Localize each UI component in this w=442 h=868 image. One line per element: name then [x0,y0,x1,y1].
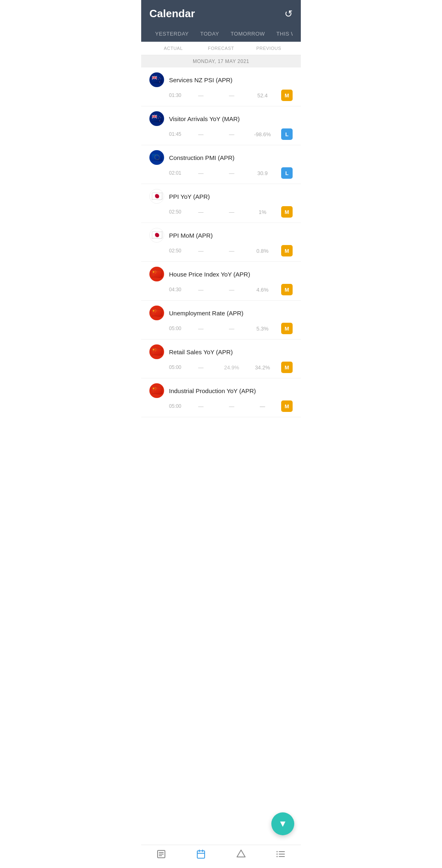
main-content: ACTUAL FORECAST PREVIOUS MONDAY, 17 MAY … [141,42,301,450]
country-flag: 🇳🇿 [149,111,164,126]
event-previous: 0.8% [247,248,278,254]
event-previous: 4.6% [247,287,278,293]
tab-tomorrow[interactable]: TOMORROW [225,27,271,42]
event-forecast: — [216,326,247,332]
event-row[interactable]: 🇨🇳 Unemployment Rate (APR) 05:00 — — 5.3… [141,301,301,340]
event-name: Unemployment Rate (APR) [169,310,244,317]
impact-badge: M [281,206,293,218]
event-actual: — [185,170,216,176]
app-header: Calendar ↺ YESTERDAYTODAYTOMORROWTHIS WE… [141,0,301,42]
event-row[interactable]: 🇨🇳 House Price Index YoY (APR) 04:30 — —… [141,262,301,301]
country-flag: 🇨🇳 [149,383,164,398]
event-forecast: 24.9% [216,364,247,371]
event-forecast: — [216,287,247,293]
event-row[interactable]: 🇪🇺 Construction PMI (APR) 02:01 — — 30.9… [141,145,301,184]
event-actual: — [185,131,216,137]
page-title: Calendar [149,7,195,20]
event-name: Retail Sales YoY (APR) [169,349,233,355]
event-row[interactable]: 🇯🇵 PPI MoM (APR) 02:50 — — 0.8% M [141,223,301,262]
event-previous: -98.6% [247,131,278,137]
event-time: 02:01 [169,170,185,176]
event-name: Visitor Arrivals YoY (MAR) [169,115,240,122]
tab-yesterday[interactable]: YESTERDAY [149,27,194,42]
country-flag: 🇨🇳 [149,267,164,281]
tab-this-week[interactable]: THIS WEEK [271,27,293,42]
event-time: 02:50 [169,248,185,254]
impact-badge: M [281,323,293,334]
event-row[interactable]: 🇯🇵 PPI YoY (APR) 02:50 — — 1% M [141,184,301,223]
event-forecast: — [216,170,247,176]
event-forecast: — [216,92,247,99]
events-list: 🇳🇿 Services NZ PSI (APR) 01:30 — — 52.4 … [141,67,301,417]
event-previous: 5.3% [247,326,278,332]
event-name: Construction PMI (APR) [169,154,235,161]
event-previous: 34.2% [247,364,278,371]
event-time: 05:00 [169,403,185,409]
event-forecast: — [216,248,247,254]
event-name: House Price Index YoY (APR) [169,271,250,278]
country-flag: 🇯🇵 [149,189,164,204]
event-actual: — [185,364,216,371]
event-time: 04:30 [169,287,185,292]
event-row[interactable]: 🇨🇳 Retail Sales YoY (APR) 05:00 — 24.9% … [141,340,301,378]
col-actual-header: ACTUAL [149,46,197,51]
event-name: Services NZ PSI (APR) [169,76,232,83]
event-row[interactable]: 🇨🇳 Industrial Production YoY (APR) 05:00… [141,378,301,417]
event-row[interactable]: 🇳🇿 Visitor Arrivals YoY (MAR) 01:45 — — … [141,106,301,145]
impact-badge: M [281,245,293,256]
impact-badge: M [281,400,293,412]
date-separator: MONDAY, 17 MAY 2021 [141,55,301,67]
event-previous: — [247,403,278,409]
event-actual: — [185,92,216,99]
event-name: Industrial Production YoY (APR) [169,387,256,394]
impact-badge: L [281,167,293,179]
country-flag: 🇨🇳 [149,306,164,320]
event-actual: — [185,248,216,254]
refresh-button[interactable]: ↺ [284,8,293,20]
country-flag: 🇪🇺 [149,150,164,165]
col-forecast-header: FORECAST [197,46,245,51]
event-row[interactable]: 🇳🇿 Services NZ PSI (APR) 01:30 — — 52.4 … [141,67,301,106]
event-forecast: — [216,131,247,137]
event-previous: 52.4 [247,92,278,99]
event-previous: 30.9 [247,170,278,176]
event-forecast: — [216,403,247,409]
country-flag: 🇨🇳 [149,344,164,359]
event-time: 01:45 [169,131,185,137]
impact-badge: M [281,90,293,101]
event-time: 05:00 [169,364,185,370]
tab-navigation: YESTERDAYTODAYTOMORROWTHIS WEEKNEXT WEEK [149,27,293,42]
event-actual: — [185,287,216,293]
event-actual: — [185,326,216,332]
event-time: 05:00 [169,326,185,331]
column-headers: ACTUAL FORECAST PREVIOUS [141,42,301,55]
event-time: 02:50 [169,209,185,215]
tab-today[interactable]: TODAY [194,27,225,42]
impact-badge: M [281,362,293,373]
impact-badge: L [281,128,293,140]
country-flag: 🇯🇵 [149,228,164,243]
impact-badge: M [281,284,293,295]
event-actual: — [185,403,216,409]
event-actual: — [185,209,216,215]
event-forecast: — [216,209,247,215]
event-previous: 1% [247,209,278,215]
event-name: PPI MoM (APR) [169,232,213,239]
col-previous-header: PREVIOUS [245,46,293,51]
event-time: 01:30 [169,92,185,98]
country-flag: 🇳🇿 [149,72,164,87]
event-name: PPI YoY (APR) [169,193,210,200]
